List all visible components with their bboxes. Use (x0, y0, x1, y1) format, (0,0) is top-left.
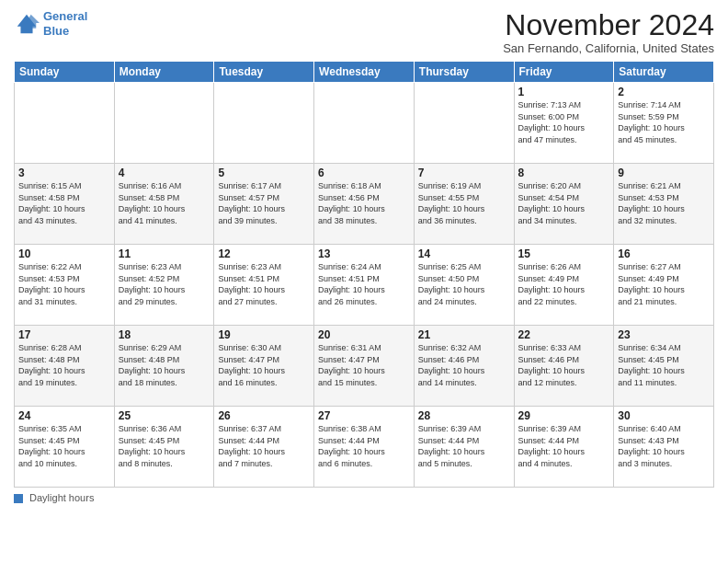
calendar-week-row: 24Sunrise: 6:35 AM Sunset: 4:45 PM Dayli… (15, 407, 714, 488)
calendar-cell: 25Sunrise: 6:36 AM Sunset: 4:45 PM Dayli… (114, 407, 214, 488)
day-info: Sunrise: 6:33 AM Sunset: 4:46 PM Dayligh… (518, 342, 610, 388)
day-number: 7 (418, 167, 510, 179)
day-info: Sunrise: 6:28 AM Sunset: 4:48 PM Dayligh… (18, 342, 110, 388)
day-number: 10 (18, 247, 110, 260)
calendar-week-row: 17Sunrise: 6:28 AM Sunset: 4:48 PM Dayli… (15, 326, 714, 407)
day-info: Sunrise: 6:23 AM Sunset: 4:52 PM Dayligh… (119, 261, 210, 307)
day-number: 21 (418, 328, 510, 341)
day-number: 15 (518, 247, 610, 260)
calendar-cell: 12Sunrise: 6:23 AM Sunset: 4:51 PM Dayli… (214, 245, 314, 326)
calendar-cell: 29Sunrise: 6:39 AM Sunset: 4:44 PM Dayli… (514, 407, 614, 488)
day-info: Sunrise: 6:20 AM Sunset: 4:54 PM Dayligh… (518, 180, 610, 226)
day-number: 11 (119, 247, 210, 260)
day-number: 25 (119, 409, 210, 422)
day-info: Sunrise: 7:13 AM Sunset: 6:00 PM Dayligh… (518, 99, 610, 145)
day-info: Sunrise: 6:24 AM Sunset: 4:51 PM Dayligh… (318, 261, 410, 307)
calendar-cell: 20Sunrise: 6:31 AM Sunset: 4:47 PM Dayli… (314, 326, 415, 407)
calendar-cell: 18Sunrise: 6:29 AM Sunset: 4:48 PM Dayli… (114, 326, 214, 407)
day-number: 23 (618, 328, 710, 341)
logo-icon (14, 11, 40, 37)
day-number: 19 (218, 328, 310, 341)
calendar-cell: 5Sunrise: 6:17 AM Sunset: 4:57 PM Daylig… (214, 164, 314, 245)
weekday-header-cell: Wednesday (314, 62, 415, 83)
calendar-cell: 3Sunrise: 6:15 AM Sunset: 4:58 PM Daylig… (15, 164, 115, 245)
calendar-cell: 16Sunrise: 6:27 AM Sunset: 4:49 PM Dayli… (614, 245, 714, 326)
day-info: Sunrise: 6:23 AM Sunset: 4:51 PM Dayligh… (218, 261, 310, 307)
calendar-cell: 27Sunrise: 6:38 AM Sunset: 4:44 PM Dayli… (314, 407, 415, 488)
calendar-cell: 2Sunrise: 7:14 AM Sunset: 5:59 PM Daylig… (614, 83, 714, 164)
day-number: 20 (318, 328, 410, 341)
day-info: Sunrise: 6:37 AM Sunset: 4:44 PM Dayligh… (218, 423, 310, 469)
day-info: Sunrise: 6:26 AM Sunset: 4:49 PM Dayligh… (518, 261, 610, 307)
calendar-cell: 15Sunrise: 6:26 AM Sunset: 4:49 PM Dayli… (514, 245, 614, 326)
legend: Daylight hours (14, 492, 714, 503)
day-number: 1 (518, 86, 610, 98)
day-number: 18 (119, 328, 210, 341)
calendar-week-row: 3Sunrise: 6:15 AM Sunset: 4:58 PM Daylig… (15, 164, 714, 245)
day-number: 3 (18, 167, 110, 179)
calendar-cell: 8Sunrise: 6:20 AM Sunset: 4:54 PM Daylig… (514, 164, 614, 245)
day-info: Sunrise: 6:19 AM Sunset: 4:55 PM Dayligh… (418, 180, 510, 226)
header: General Blue November 2024 San Fernando,… (14, 9, 714, 55)
calendar-cell: 14Sunrise: 6:25 AM Sunset: 4:50 PM Dayli… (414, 245, 514, 326)
calendar-cell: 30Sunrise: 6:40 AM Sunset: 4:43 PM Dayli… (614, 407, 714, 488)
calendar-cell: 11Sunrise: 6:23 AM Sunset: 4:52 PM Dayli… (114, 245, 214, 326)
day-number: 5 (218, 167, 310, 179)
calendar-cell: 22Sunrise: 6:33 AM Sunset: 4:46 PM Dayli… (514, 326, 614, 407)
day-number: 9 (618, 167, 710, 179)
calendar-cell: 24Sunrise: 6:35 AM Sunset: 4:45 PM Dayli… (15, 407, 115, 488)
calendar-cell: 4Sunrise: 6:16 AM Sunset: 4:58 PM Daylig… (114, 164, 214, 245)
day-info: Sunrise: 6:39 AM Sunset: 4:44 PM Dayligh… (518, 423, 610, 469)
calendar-week-row: 1Sunrise: 7:13 AM Sunset: 6:00 PM Daylig… (15, 83, 714, 164)
logo-line2: Blue (43, 24, 69, 38)
legend-label: Daylight hours (29, 492, 94, 503)
weekday-header-cell: Sunday (15, 62, 115, 83)
calendar-cell: 7Sunrise: 6:19 AM Sunset: 4:55 PM Daylig… (414, 164, 514, 245)
weekday-header-cell: Thursday (414, 62, 514, 83)
calendar-cell (114, 83, 214, 164)
calendar-cell (414, 83, 514, 164)
calendar-cell: 21Sunrise: 6:32 AM Sunset: 4:46 PM Dayli… (414, 326, 514, 407)
calendar-cell (314, 83, 415, 164)
calendar-cell: 23Sunrise: 6:34 AM Sunset: 4:45 PM Dayli… (614, 326, 714, 407)
page: General Blue November 2024 San Fernando,… (0, 0, 728, 563)
day-number: 6 (318, 167, 410, 179)
calendar-cell (15, 83, 115, 164)
calendar-cell: 6Sunrise: 6:18 AM Sunset: 4:56 PM Daylig… (314, 164, 415, 245)
day-info: Sunrise: 6:30 AM Sunset: 4:47 PM Dayligh… (218, 342, 310, 388)
day-number: 22 (518, 328, 610, 341)
calendar-cell: 13Sunrise: 6:24 AM Sunset: 4:51 PM Dayli… (314, 245, 415, 326)
calendar-cell: 1Sunrise: 7:13 AM Sunset: 6:00 PM Daylig… (514, 83, 614, 164)
calendar-cell: 10Sunrise: 6:22 AM Sunset: 4:53 PM Dayli… (15, 245, 115, 326)
day-info: Sunrise: 6:32 AM Sunset: 4:46 PM Dayligh… (418, 342, 510, 388)
day-info: Sunrise: 6:40 AM Sunset: 4:43 PM Dayligh… (618, 423, 710, 469)
day-number: 16 (618, 247, 710, 260)
day-number: 17 (18, 328, 110, 341)
day-number: 26 (218, 409, 310, 422)
day-number: 30 (618, 409, 710, 422)
day-number: 24 (18, 409, 110, 422)
legend-dot (14, 494, 23, 503)
day-info: Sunrise: 6:31 AM Sunset: 4:47 PM Dayligh… (318, 342, 410, 388)
day-info: Sunrise: 7:14 AM Sunset: 5:59 PM Dayligh… (618, 99, 710, 145)
logo: General Blue (14, 9, 87, 38)
day-info: Sunrise: 6:39 AM Sunset: 4:44 PM Dayligh… (418, 423, 510, 469)
day-info: Sunrise: 6:36 AM Sunset: 4:45 PM Dayligh… (119, 423, 210, 469)
day-info: Sunrise: 6:27 AM Sunset: 4:49 PM Dayligh… (618, 261, 710, 307)
calendar-week-row: 10Sunrise: 6:22 AM Sunset: 4:53 PM Dayli… (15, 245, 714, 326)
day-number: 8 (518, 167, 610, 179)
calendar-table: SundayMondayTuesdayWednesdayThursdayFrid… (14, 61, 714, 488)
weekday-header-cell: Saturday (614, 62, 714, 83)
weekday-header-cell: Tuesday (214, 62, 314, 83)
day-number: 12 (218, 247, 310, 260)
day-number: 28 (418, 409, 510, 422)
calendar-cell: 19Sunrise: 6:30 AM Sunset: 4:47 PM Dayli… (214, 326, 314, 407)
day-number: 2 (618, 86, 710, 98)
day-number: 29 (518, 409, 610, 422)
day-info: Sunrise: 6:16 AM Sunset: 4:58 PM Dayligh… (119, 180, 210, 226)
day-number: 27 (318, 409, 410, 422)
day-info: Sunrise: 6:34 AM Sunset: 4:45 PM Dayligh… (618, 342, 710, 388)
day-info: Sunrise: 6:35 AM Sunset: 4:45 PM Dayligh… (18, 423, 110, 469)
logo-line1: General (43, 9, 87, 23)
day-info: Sunrise: 6:22 AM Sunset: 4:53 PM Dayligh… (18, 261, 110, 307)
